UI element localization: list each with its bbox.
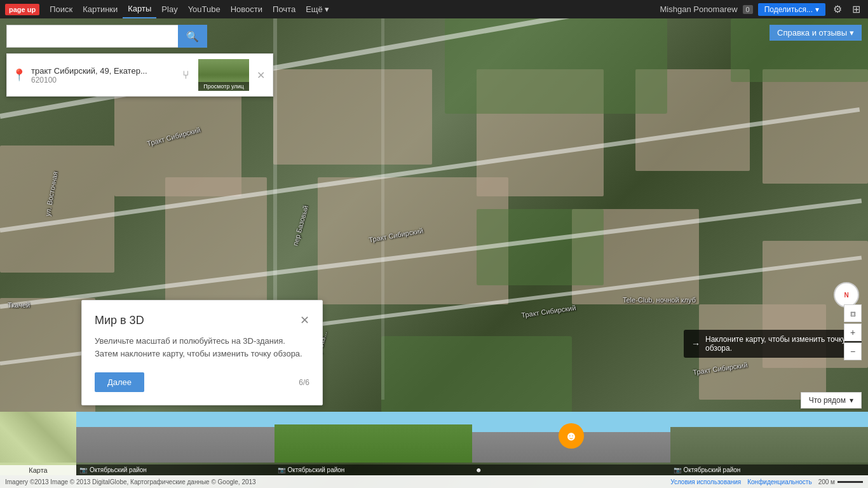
help-feedback-button[interactable]: Справка и отзывы ▾ (770, 25, 862, 41)
location-info: тракт Сибирский, 49, Екатер... 620100 (31, 66, 173, 85)
nearby-button[interactable]: Что рядом ▾ (801, 392, 862, 409)
scale-bar: 200 м (818, 478, 863, 485)
share-button[interactable]: Поделиться... ▾ (758, 3, 825, 16)
scale-label: 200 м (818, 478, 835, 485)
share-label: Поделиться... (764, 5, 813, 14)
user-name: Mishgan Ponomarew (660, 4, 737, 14)
camera-icon-2: 📷 (278, 466, 285, 473)
map-thumb-inner (0, 412, 76, 463)
zoom-in-button[interactable]: + (844, 323, 862, 341)
tilt-arrow-icon: → (691, 339, 700, 349)
popup-footer: Далее 6/6 (95, 372, 309, 392)
popup-3d: Мир в 3D ✕ Увеличьте масштаб и полюбуйте… (81, 300, 323, 405)
nearby-label: Что рядом (809, 396, 846, 405)
topbar: page up Поиск Картинки Карты Play YouTub… (0, 0, 868, 18)
search-button[interactable]: 🔍 (178, 25, 207, 48)
scale-line (837, 481, 863, 483)
location-photo[interactable]: Просмотр улиц (198, 59, 249, 91)
nav-play[interactable]: Play (156, 0, 182, 18)
notification-counter: 0 (743, 5, 753, 14)
nav-maps[interactable]: Карты (123, 0, 156, 18)
location-code: 620100 (31, 76, 173, 85)
brand-logo[interactable]: page up (5, 4, 39, 15)
nav-search[interactable]: Поиск (44, 0, 78, 18)
street-view-label: Просмотр улиц (198, 82, 249, 91)
photo-label-4: Октябрьский район (684, 466, 741, 473)
share-chevron: ▾ (815, 5, 819, 14)
popup-counter: 6/6 (299, 378, 309, 387)
topbar-right: Mishgan Ponomarew 0 Поделиться... ▾ ⚙ ⊞ (660, 3, 863, 16)
search-input[interactable] (6, 25, 178, 48)
photo-thumb-3[interactable]: ☻ ☻ (472, 412, 670, 475)
nearby-chevron-icon: ▾ (850, 396, 853, 405)
nav-more[interactable]: Ещё ▾ (301, 0, 334, 18)
zoom-out-button[interactable]: − (844, 342, 862, 360)
tilt-control-button[interactable]: ⧈ (844, 304, 862, 322)
nav-mail[interactable]: Почта (268, 0, 301, 18)
photo-thumb-4-bg (670, 412, 869, 463)
popup-body: Увеличьте масштаб и полюбуйтесь на 3D-зд… (95, 335, 309, 360)
close-icon[interactable]: ✕ (254, 69, 268, 81)
popup-title: Мир в 3D (95, 314, 144, 327)
photo-label-1: Октябрьский район (90, 466, 147, 473)
popup-next-button[interactable]: Далее (95, 372, 144, 392)
search-box: 🔍 (6, 25, 207, 48)
popup-header: Мир в 3D ✕ (95, 313, 309, 327)
nav-images[interactable]: Картинки (78, 0, 123, 18)
search-icon: 🔍 (186, 30, 199, 43)
map-thumb-label: Карта (0, 465, 76, 475)
directions-icon[interactable]: ⑂ (179, 69, 193, 82)
nav-news[interactable]: Новости (226, 0, 268, 18)
location-photo-inner: Просмотр улиц (198, 59, 249, 91)
street-view-person-icon: ☻ (559, 423, 584, 449)
map-thumbnail[interactable]: Карта (0, 412, 76, 475)
photo-thumb-3-bg: ☻ (472, 412, 670, 463)
location-name: тракт Сибирский, 49, Екатер... (31, 66, 173, 76)
location-card: 📍 тракт Сибирский, 49, Екатер... 620100 … (6, 53, 273, 97)
tilt-tooltip-text: Наклоните карту, чтобы изменить точку об… (705, 335, 854, 353)
photo-label-2: Октябрьский район (288, 466, 345, 473)
terms-link[interactable]: Условия использования (670, 478, 741, 485)
photo-thumb-4[interactable]: 📷 Октябрьский район (670, 412, 869, 475)
camera-icon-4: 📷 (674, 466, 681, 473)
photo-thumb-1[interactable]: 📷 Октябрьский район (76, 412, 275, 475)
grid-button[interactable]: ⊞ (850, 3, 863, 15)
location-marker-icon: 📍 (12, 68, 26, 82)
imagery-credit: Imagery ©2013 Image © 2013 DigitalGlobe,… (5, 478, 256, 485)
photo-thumb-1-bg (76, 412, 275, 463)
compass-north-label: N (844, 292, 848, 299)
status-bar-right: Условия использования Конфиденциальность… (670, 478, 863, 485)
compass-circle: N (834, 282, 859, 308)
photo-thumb-4-label: 📷 Октябрьский район (670, 464, 869, 475)
camera-icon-1: 📷 (79, 466, 87, 473)
photo-thumb-2-bg (275, 412, 473, 463)
photo-thumb-2-label: 📷 Октябрьский район (275, 464, 473, 475)
status-bar: Imagery ©2013 Image © 2013 DigitalGlobe,… (0, 475, 868, 488)
compass[interactable]: N (834, 282, 859, 308)
map-container[interactable]: Тракт Сибирский Тракт Сибирский Тракт Си… (0, 18, 868, 488)
help-label: Справка и отзывы (777, 28, 847, 37)
tilt-tooltip: → Наклоните карту, чтобы изменить точку … (684, 330, 862, 358)
nav-youtube[interactable]: YouTube (183, 0, 226, 18)
photo-thumb-3-label: ☻ (472, 464, 670, 475)
help-chevron-icon: ▾ (850, 28, 854, 37)
photo-thumb-1-label: 📷 Октябрьский район (76, 464, 275, 475)
privacy-link[interactable]: Конфиденциальность (747, 478, 811, 485)
map-controls: ⧈ + − (844, 304, 862, 360)
settings-button[interactable]: ⚙ (831, 3, 844, 15)
bottom-strip: Карта 📷 Октябрьский район 📷 Октябрьский … (0, 412, 868, 475)
photo-thumb-2[interactable]: 📷 Октябрьский район (275, 412, 473, 475)
camera-icon-3: ☻ (475, 466, 482, 473)
popup-close-button[interactable]: ✕ (300, 313, 309, 327)
